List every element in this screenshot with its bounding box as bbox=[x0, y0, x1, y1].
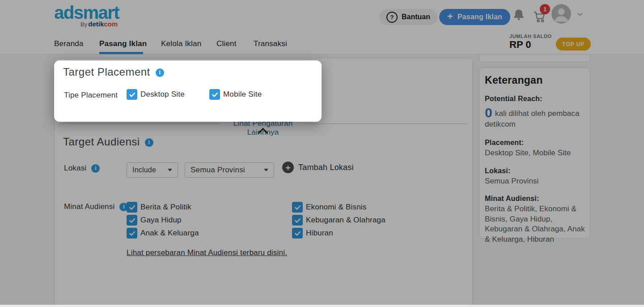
dim-overlay bbox=[0, 0, 644, 307]
tipe-placement-label: Tipe Placement bbox=[64, 91, 118, 100]
checkbox-mobile-site[interactable] bbox=[209, 89, 220, 100]
placement-option: Desktop Site bbox=[127, 89, 185, 100]
info-icon[interactable] bbox=[156, 68, 164, 77]
target-placement-popup: Target Placement Tipe Placement Desktop … bbox=[54, 60, 322, 122]
placement-option: Mobile Site bbox=[209, 89, 262, 100]
bottom-strip bbox=[0, 305, 644, 307]
target-placement-title: Target Placement bbox=[63, 67, 150, 77]
target-placement-header: Target Placement bbox=[63, 67, 164, 77]
checkbox-desktop-site[interactable] bbox=[127, 89, 137, 100]
